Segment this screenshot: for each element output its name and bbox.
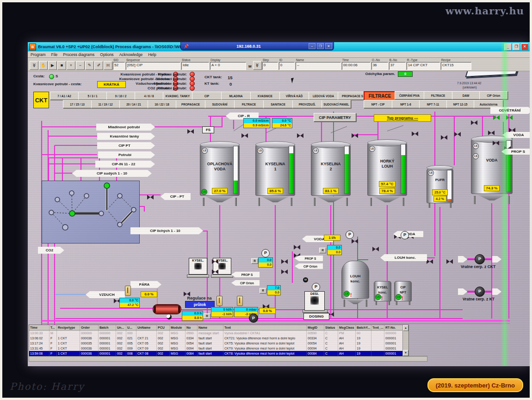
arrow-cip-orion-1[interactable]: CIP Orion (231, 280, 260, 286)
toolbar-button-1[interactable]: ✋ (39, 61, 48, 70)
arrow-cip-pt[interactable]: CIP PT (97, 142, 155, 149)
menu-item-help[interactable]: Help (148, 52, 156, 57)
field-value-name[interactable]: -- (296, 62, 341, 70)
field-value-sequence[interactable]: [052] CIP (126, 62, 180, 70)
table-scrollbar[interactable]: ▲▼ (402, 325, 408, 356)
tank-value[interactable]: 83.1 % (323, 188, 339, 194)
maximize-button[interactable]: ❐ (513, 44, 520, 50)
valve-icon[interactable] (412, 131, 418, 137)
pressure-sensor-icon[interactable]: P (312, 283, 320, 291)
arrow-cip-sudych[interactable]: CIP sudých 1 - 10 (72, 170, 152, 177)
tank-temp[interactable]: 25.0 °C (432, 189, 447, 195)
heat-temp-pair[interactable]: 0.0 °C 47.2 °C (119, 298, 140, 308)
minimize-button[interactable]: _ (504, 44, 512, 50)
field-value-status[interactable]: Idle (181, 62, 209, 70)
tank-kyselina-1[interactable]: LS KYSELINA1 85.6 % (255, 141, 295, 206)
tank-temp[interactable]: 57.4 °C (379, 181, 396, 187)
field-value-r-type[interactable]: 14 CIP CKT (407, 62, 440, 70)
reset-button[interactable]: R (319, 248, 326, 253)
valve-icon[interactable] (294, 244, 300, 250)
desi-unit[interactable]: DESI. (304, 291, 325, 311)
valve-icon[interactable] (187, 129, 194, 134)
arrow-cip-lichych[interactable]: CIP lichých 1 - 10 (130, 227, 203, 234)
tank-value[interactable]: 74.3 % (484, 185, 500, 191)
heat-exchanger[interactable] (153, 304, 181, 314)
motor-icon[interactable]: M (303, 277, 308, 282)
arrow-prop-s-2[interactable]: PROP S (295, 256, 323, 261)
step-chevron-button[interactable]: ≫ (253, 61, 262, 70)
pressure-sensor-icon[interactable]: P (401, 231, 409, 239)
toolbar-button-6[interactable]: ✎ (85, 61, 94, 70)
valve-icon[interactable] (281, 259, 288, 264)
typ-programu-button[interactable]: Typ programu --- (374, 114, 431, 122)
field-value-step[interactable]: 0 (262, 62, 278, 70)
pump-icon[interactable]: P (475, 287, 485, 297)
arrow-cip-pt2[interactable]: CIP - PT (161, 193, 191, 200)
rdp-restore-button[interactable]: ❐ (317, 43, 324, 49)
reset-button[interactable]: R (204, 313, 210, 319)
toolbar-button-4[interactable]: + (67, 61, 75, 70)
tank-louh-konc[interactable]: LOUHkonc. LS ! (341, 260, 369, 307)
table-row[interactable]: 13:31:45F1 CKT000036000001002009CKT 0900… (29, 346, 408, 351)
scroll-up-button[interactable]: ▲ (403, 325, 408, 331)
close-button[interactable]: ✕ (521, 44, 528, 50)
steam-percent[interactable]: 0.0 % (141, 291, 157, 297)
field-value-b-no[interactable]: 37 (389, 62, 406, 70)
tank-pufr[interactable]: LS PUFR 25.0 °C 4.2 % (427, 165, 453, 208)
valve-icon[interactable] (471, 120, 477, 125)
field-value-display[interactable]: A + 0 (210, 62, 246, 70)
pump-icon[interactable]: P (475, 254, 485, 264)
arrow-potrubi[interactable]: Potrubi (98, 151, 155, 158)
field-value-id[interactable]: 0 (279, 62, 295, 70)
reset-button[interactable]: R (260, 288, 266, 294)
table-row[interactable]: 13:06:02F1 CKT000036000001002021CKT 2100… (29, 336, 408, 341)
field-value-o-no[interactable]: 36 (371, 62, 388, 70)
arrow-co2[interactable]: CO2 (38, 247, 64, 254)
flow-percent[interactable]: 0.0 % (259, 308, 276, 314)
valve-icon[interactable] (297, 133, 303, 138)
field-value-time[interactable]: 00:00:06 (342, 62, 371, 70)
valve-icon[interactable] (212, 259, 218, 264)
field-value-recipe[interactable]: CKT15 (441, 62, 471, 70)
routing-matrix-panel[interactable] (42, 181, 140, 244)
menu-item-process-diagrams[interactable]: Process diagrams (63, 52, 94, 57)
tank-cip-npt[interactable]: CIPNPT LS ! (394, 281, 412, 305)
pressure-sensor-icon[interactable]: P (346, 231, 354, 239)
hours-pair[interactable]: 0.0 h 8.8 h (182, 311, 203, 321)
arrow-para[interactable]: PÁRA (130, 281, 161, 288)
cip-parametry-button[interactable]: CIP PARAMETRY (314, 113, 356, 122)
kysel-dispenser-2[interactable]: KYSEL. (189, 258, 207, 275)
temperature-meter[interactable]: 0.0 °C 24.6 °C (272, 118, 292, 128)
tank-value[interactable]: 4.2 % (433, 196, 446, 202)
tank-kyselina-2[interactable]: LS KYSELINA2 83.1 % (311, 141, 351, 206)
pump-icon[interactable]: P (249, 313, 258, 323)
arrow-odvetrani[interactable]: ODVĚTRÁNÍ (490, 107, 530, 114)
flow-pair[interactable]: 0 hl/h -1 hl/h (211, 307, 233, 317)
field-value-sid[interactable]: 52 (113, 62, 125, 70)
valve-icon[interactable] (241, 133, 248, 138)
remote-session-bar[interactable]: 📌 192.168.0.31 – ❐ ✕ (180, 42, 334, 50)
table-row[interactable]: 13:17:24F1 CKT000035000001002005CKT 0500… (29, 341, 408, 346)
drain-valve-icon[interactable] (167, 314, 172, 319)
toolbar-button-7[interactable]: ✐ (94, 61, 103, 70)
valve-icon[interactable] (493, 140, 499, 146)
valve-open-icon[interactable] (493, 115, 500, 120)
arrow-vzduch[interactable]: VZDUCH (86, 291, 125, 298)
toolbar-button-5[interactable]: − (76, 61, 85, 70)
arrow-cip-in[interactable]: CIP-IN 11 - 22 (95, 161, 155, 168)
pressure-indicator-1[interactable]: 0.0 0.0 (258, 257, 273, 268)
tank-horky-louh[interactable]: LS HORKÝLOUH 57.4 °C 78.4 % (367, 139, 407, 206)
valve-icon[interactable] (372, 246, 379, 252)
menu-item-acknowledge[interactable]: Acknowledge (119, 52, 143, 57)
menu-item-program[interactable]: Program (31, 52, 46, 57)
table-row[interactable]: 13:59:08F1 CKT000036000001002008CKT 0800… (29, 351, 408, 356)
return-pump-ckt[interactable]: P (458, 254, 501, 264)
tank-oplachova-voda[interactable]: LS LS OPLACHOVÁVODA 27.0 % (200, 141, 240, 206)
tank-value[interactable]: 27.0 % (212, 188, 228, 194)
rdp-minimize-button[interactable]: – (309, 43, 315, 49)
toolbar-button-3[interactable]: ■ (57, 61, 66, 70)
toolbar-button-8[interactable]: H (104, 61, 112, 70)
level-indicator[interactable]: 7.0 0.0 (267, 285, 281, 295)
arrow-cip-orion-2[interactable]: CIP Orion (295, 263, 323, 269)
valve-icon[interactable] (352, 238, 358, 244)
